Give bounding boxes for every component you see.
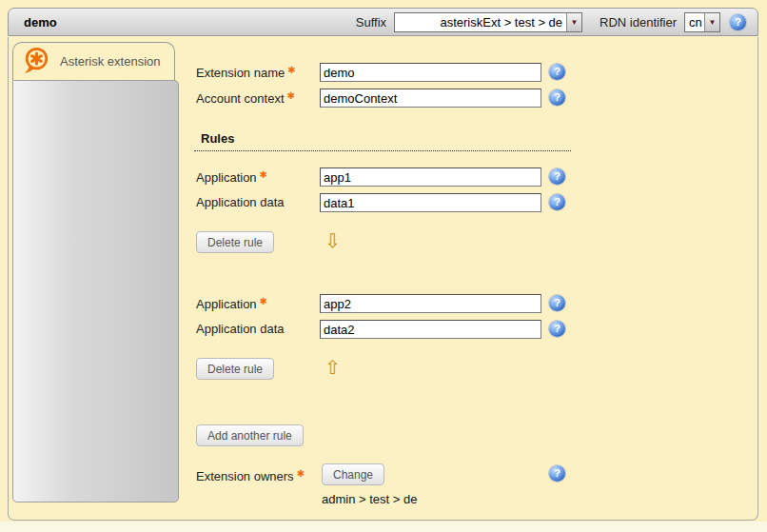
title-bar: demo Suffix asteriskExt > test > de ▼ RD… bbox=[8, 8, 758, 36]
extension-name-label-text: Extension name bbox=[196, 66, 285, 80]
chevron-down-icon[interactable]: ▼ bbox=[704, 13, 719, 31]
application-label: Application✱ bbox=[196, 296, 267, 311]
required-marker-icon: ✱ bbox=[297, 468, 305, 479]
extension-owners-label-text: Extension owners bbox=[196, 469, 294, 483]
change-owners-button[interactable]: Change bbox=[322, 463, 384, 485]
account-context-label-text: Account context bbox=[196, 91, 285, 106]
delete-rule-button[interactable]: Delete rule bbox=[196, 231, 274, 253]
move-down-icon[interactable]: ⇩ bbox=[324, 231, 341, 250]
suffix-select[interactable]: asteriskExt > test > de ▼ bbox=[394, 12, 582, 32]
title-bar-controls: Suffix asteriskExt > test > de ▼ RDN ide… bbox=[356, 12, 746, 32]
application-label: Application✱ bbox=[196, 169, 267, 185]
asterisk-logo-icon bbox=[22, 46, 50, 78]
sidebar-panel bbox=[12, 80, 179, 502]
required-marker-icon: ✱ bbox=[260, 296, 267, 306]
account-context-label: Account context✱ bbox=[196, 90, 295, 106]
help-icon[interactable]: ? bbox=[549, 64, 565, 80]
required-marker-icon: ✱ bbox=[287, 65, 295, 75]
application-data-label: Application data bbox=[196, 322, 285, 336]
chevron-down-icon[interactable]: ▼ bbox=[566, 13, 581, 31]
help-icon[interactable]: ? bbox=[549, 321, 565, 337]
account-context-input[interactable] bbox=[320, 89, 541, 108]
suffix-select-value: asteriskExt > test > de bbox=[395, 15, 566, 30]
add-another-rule-button[interactable]: Add another rule bbox=[196, 424, 304, 446]
extension-name-label: Extension name✱ bbox=[196, 65, 296, 80]
help-icon[interactable]: ? bbox=[549, 89, 565, 106]
account-edit-panel: Asterisk extension Extension name✱ ? Acc… bbox=[8, 37, 758, 521]
page-title: demo bbox=[24, 15, 57, 30]
suffix-label: Suffix bbox=[356, 15, 386, 30]
application-input[interactable] bbox=[320, 167, 541, 187]
delete-rule-button[interactable]: Delete rule bbox=[196, 358, 274, 380]
rdn-identifier-label: RDN identifier bbox=[600, 15, 677, 30]
help-icon[interactable]: ? bbox=[549, 194, 565, 210]
required-marker-icon: ✱ bbox=[287, 90, 295, 101]
help-icon[interactable]: ? bbox=[549, 295, 565, 311]
extension-name-input[interactable] bbox=[320, 63, 541, 82]
application-data-label: Application data bbox=[196, 195, 285, 209]
tab-label: Asterisk extension bbox=[60, 54, 161, 69]
rules-section-heading: Rules bbox=[194, 131, 571, 151]
application-label-text: Application bbox=[196, 170, 257, 185]
application-data-input[interactable] bbox=[320, 320, 541, 339]
extension-owners-label: Extension owners✱ bbox=[196, 468, 305, 483]
move-up-icon[interactable]: ⇧ bbox=[324, 358, 341, 377]
application-label-text: Application bbox=[196, 297, 257, 311]
help-icon[interactable]: ? bbox=[549, 168, 565, 185]
tab-asterisk-extension[interactable]: Asterisk extension bbox=[12, 42, 175, 80]
extension-owners-value: admin > test > de bbox=[322, 492, 417, 506]
application-data-input[interactable] bbox=[320, 193, 541, 212]
help-icon[interactable]: ? bbox=[730, 14, 746, 30]
required-marker-icon: ✱ bbox=[260, 169, 267, 180]
application-input[interactable] bbox=[320, 294, 541, 313]
rdn-identifier-select[interactable]: cn ▼ bbox=[684, 12, 720, 32]
page-bottom-margin bbox=[0, 522, 767, 532]
rdn-select-value: cn bbox=[685, 15, 704, 30]
help-icon[interactable]: ? bbox=[549, 465, 565, 482]
